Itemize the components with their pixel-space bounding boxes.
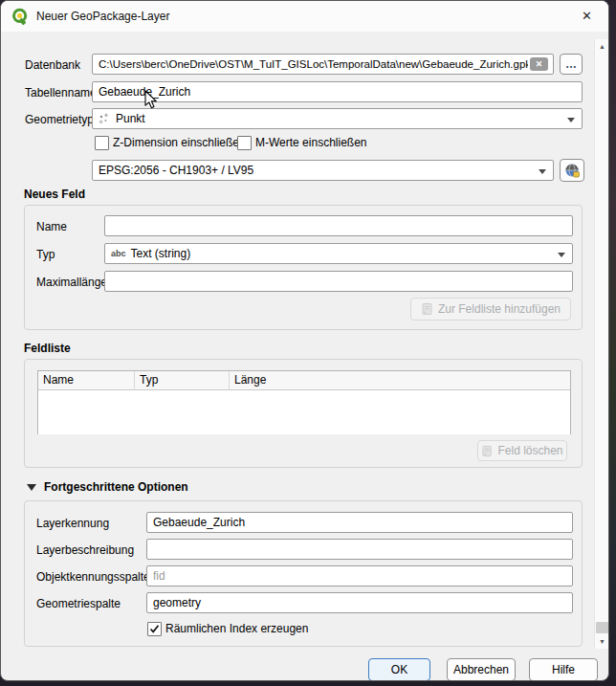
- layerkennung-input[interactable]: [146, 512, 573, 533]
- layerkennung-label: Layerkennung: [36, 517, 109, 530]
- clear-icon[interactable]: ✕: [530, 57, 548, 71]
- tabellenname-label: Tabellenname: [25, 86, 97, 100]
- chevron-down-icon: [558, 253, 565, 257]
- field-list-header: Name Typ Länge: [38, 371, 570, 390]
- advanced-options-expander[interactable]: Fortgeschrittene Optionen: [27, 480, 188, 494]
- spatial-index-label: Räumlichen Index erzeugen: [165, 622, 308, 635]
- column-header-typ[interactable]: Typ: [135, 371, 230, 389]
- column-header-name[interactable]: Name: [38, 371, 135, 389]
- geometriespalte-input[interactable]: [146, 592, 573, 613]
- scroll-up-icon[interactable]: ▲: [595, 39, 609, 54]
- maximallaenge-input[interactable]: [104, 271, 573, 292]
- globe-crs-icon: [564, 163, 581, 179]
- title-bar: Neuer GeoPackage-Layer ✕: [1, 1, 608, 33]
- vertical-scrollbar[interactable]: ▲ ▼: [594, 39, 609, 649]
- advanced-options-title: Fortgeschrittene Optionen: [44, 480, 188, 494]
- scroll-down-icon[interactable]: ▼: [595, 634, 609, 649]
- feldliste-group: Name Typ Länge Feld löschen: [24, 359, 583, 468]
- datenbank-input[interactable]: [92, 54, 554, 75]
- add-to-fieldlist-label: Zur Feldliste hinzufügen: [438, 302, 561, 316]
- add-to-fieldlist-button[interactable]: Zur Feldliste hinzufügen: [410, 298, 571, 321]
- geometrietyp-label: Geometrietyp: [25, 113, 94, 126]
- ok-button[interactable]: OK: [368, 658, 430, 681]
- geometriespalte-label: Geometriespalte: [36, 597, 121, 610]
- crs-select[interactable]: EPSG:2056 - CH1903+ / LV95: [92, 160, 554, 181]
- tabellenname-input[interactable]: [92, 81, 583, 102]
- help-button[interactable]: Hilfe: [529, 658, 598, 681]
- name-label: Name: [36, 220, 67, 233]
- delete-field-label: Feld löschen: [497, 444, 562, 457]
- geometrietyp-value: Punkt: [116, 112, 145, 125]
- column-header-laenge[interactable]: Länge: [230, 371, 570, 389]
- cancel-button[interactable]: Abbrechen: [447, 658, 516, 681]
- feldliste-title: Feldliste: [24, 342, 71, 355]
- datenbank-label: Datenbank: [25, 58, 80, 72]
- qgis-logo-icon: [11, 8, 29, 25]
- z-dimension-checkbox[interactable]: [95, 136, 109, 150]
- scrollbar-thumb[interactable]: [596, 622, 608, 633]
- typ-label: Typ: [36, 248, 55, 261]
- neues-feld-group: Name Typ abc Text (string) Maximallänge …: [24, 205, 583, 330]
- check-icon: [149, 624, 160, 634]
- advanced-options-group: Layerkennung Layerbeschreibung Objektken…: [24, 500, 583, 647]
- crs-value: EPSG:2056 - CH1903+ / LV95: [99, 164, 253, 177]
- text-type-icon: abc: [111, 249, 126, 258]
- chevron-down-icon: [539, 169, 546, 174]
- field-list-body: [38, 390, 570, 434]
- neues-feld-title: Neues Feld: [24, 188, 85, 201]
- delete-field-icon: [481, 445, 494, 457]
- m-werte-label: M-Werte einschließen: [255, 136, 366, 149]
- maximallaenge-label: Maximallänge: [36, 276, 107, 289]
- z-dimension-label: Z-Dimension einschließen: [113, 136, 246, 149]
- new-field-icon: [421, 302, 434, 316]
- point-geometry-icon: [99, 113, 110, 124]
- name-input[interactable]: [104, 215, 573, 236]
- layerbeschreibung-label: Layerbeschreibung: [36, 543, 134, 557]
- chevron-down-icon: [567, 118, 575, 122]
- delete-field-button[interactable]: Feld löschen: [477, 440, 567, 461]
- spatial-index-checkbox[interactable]: [147, 622, 162, 636]
- expander-triangle-icon: [27, 484, 36, 491]
- new-geopackage-layer-dialog: Neuer GeoPackage-Layer ✕ Datenbank ✕ … T…: [0, 0, 609, 681]
- browse-button[interactable]: …: [560, 54, 583, 75]
- close-button[interactable]: ✕: [565, 1, 608, 31]
- crs-picker-button[interactable]: [560, 159, 584, 182]
- layerbeschreibung-input[interactable]: [146, 539, 573, 560]
- objektkennungsspalte-input[interactable]: [146, 565, 573, 586]
- typ-select[interactable]: abc Text (string): [104, 243, 573, 264]
- objektkennungsspalte-label: Objektkennungsspalte: [36, 570, 150, 584]
- m-werte-checkbox[interactable]: [237, 136, 252, 150]
- dialog-title: Neuer GeoPackage-Layer: [36, 10, 169, 23]
- field-list-table: Name Typ Länge: [37, 370, 571, 434]
- geometrietyp-select[interactable]: Punkt: [92, 108, 583, 129]
- typ-value: Text (string): [131, 247, 191, 260]
